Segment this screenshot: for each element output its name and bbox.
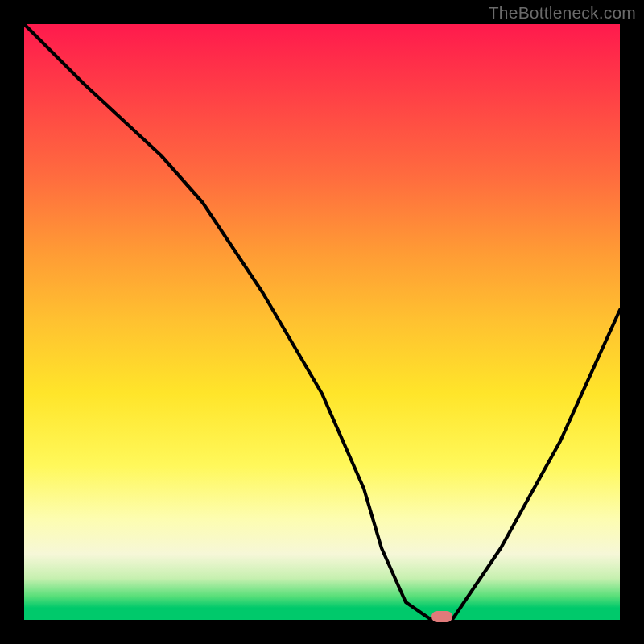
watermark-text: TheBottleneck.com: [489, 3, 636, 23]
bottleneck-curve: [24, 24, 620, 618]
chart-frame: TheBottleneck.com: [0, 0, 644, 644]
optimum-marker: [431, 611, 452, 622]
curve-layer: [24, 24, 620, 620]
plot-area: [24, 24, 620, 620]
